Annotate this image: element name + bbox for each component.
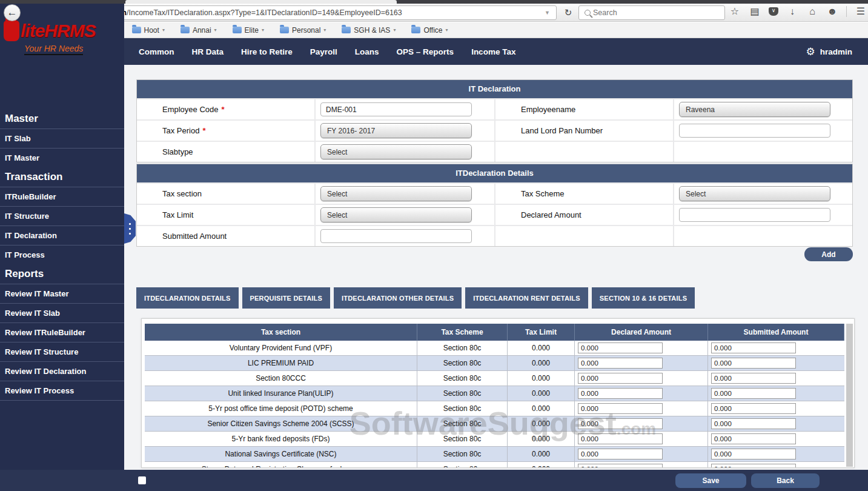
back-icon[interactable]: ← — [4, 4, 21, 21]
declaration-table: Tax section Tax Scheme Tax Limit Declare… — [145, 324, 844, 468]
table-scrollbar[interactable] — [846, 324, 853, 467]
submitted-amount-cell-input[interactable] — [711, 388, 796, 399]
submitted-amount-cell-input[interactable] — [711, 403, 796, 414]
declared-amount-cell-input[interactable] — [578, 433, 663, 444]
table-row: Stamp Duty and Registration Charges of a… — [145, 462, 844, 468]
user-menu[interactable]: ⚙ hradmin — [806, 45, 852, 58]
tab-itdeclaration-rent-details[interactable]: ITDECLARATION RENT DETAILS — [465, 287, 588, 309]
nav-hire-to-retire[interactable]: Hire to Retire — [241, 47, 293, 56]
declared-amount-input[interactable] — [679, 208, 830, 222]
bookmark-folder-sgh-ias[interactable]: SGH & IAS▾ — [342, 26, 396, 35]
submitted-amount-cell-input[interactable] — [711, 358, 796, 369]
employeename-select[interactable]: Raveena — [679, 102, 830, 117]
submitted-amount-label: Submitted Amount — [137, 226, 316, 246]
employee-code-input[interactable] — [320, 102, 472, 116]
sidebar-header-reports: Reports — [0, 264, 124, 284]
home-icon[interactable]: ⌂ — [806, 6, 818, 17]
search-box[interactable] — [578, 5, 725, 20]
sidebar-item-itrulebuilder[interactable]: ITRuleBuilder — [0, 187, 124, 206]
bookmark-folder-office[interactable]: Office▾ — [411, 26, 448, 35]
chevron-down-icon: ▾ — [446, 27, 448, 33]
folder-icon — [342, 27, 351, 33]
submitted-amount-cell-input[interactable] — [711, 449, 796, 459]
footer-bar: Save Back — [0, 470, 868, 491]
table-row: Senior Citizen Savings Scheme 2004 (SCSS… — [145, 416, 844, 432]
declared-amount-cell-input[interactable] — [578, 342, 663, 353]
pocket-icon[interactable]: ∨ — [769, 7, 778, 16]
table-row: LIC PREMIUM PAID Section 80c 0.000 — [145, 356, 844, 371]
back-button[interactable]: Back — [751, 473, 820, 488]
downloads-icon[interactable]: ↓ — [786, 6, 798, 17]
declaration-table-panel: Tax section Tax Scheme Tax Limit Declare… — [141, 318, 855, 468]
chat-icon[interactable]: ☻ — [826, 6, 838, 17]
tax-scheme-select[interactable]: Select — [679, 186, 830, 201]
hamburger-menu-icon[interactable]: ☰ — [855, 5, 867, 17]
submitted-amount-cell-input[interactable] — [711, 418, 796, 429]
declared-amount-cell-input[interactable] — [578, 403, 663, 414]
nav-common[interactable]: Common — [139, 47, 174, 56]
employee-code-label: Employee Code* — [137, 99, 316, 119]
nav-loans[interactable]: Loans — [355, 47, 379, 56]
panel-title: ITDeclaration Details — [137, 164, 852, 182]
nav-ops-reports[interactable]: OPS – Reports — [397, 47, 454, 56]
tab-itdeclaration-other-details[interactable]: ITDECLARATION OTHER DETAILS — [334, 287, 462, 309]
footer-checkbox[interactable] — [138, 476, 146, 484]
sidebar-item-it-master[interactable]: IT Master — [0, 148, 124, 167]
reading-list-icon[interactable]: ▤ — [749, 5, 761, 17]
empty-cell — [495, 142, 674, 162]
search-icon — [585, 10, 591, 16]
sidebar-item-review-it-master[interactable]: Review IT Master — [0, 284, 124, 303]
bookmark-star-icon[interactable]: ☆ — [729, 5, 741, 17]
submitted-amount-cell-input[interactable] — [711, 464, 796, 468]
reload-icon[interactable]: ↻ — [560, 5, 576, 20]
bookmark-folder-hoot[interactable]: Hoot▾ — [132, 26, 165, 35]
tax-limit-select[interactable]: Select — [320, 207, 472, 222]
add-button[interactable]: Add — [804, 247, 853, 261]
main-content: IT Declaration Employee Code* Employeena… — [124, 65, 868, 470]
submitted-amount-cell-input[interactable] — [711, 433, 796, 444]
tax-period-select[interactable]: FY 2016- 2017 — [320, 123, 472, 138]
table-row: Unit linked Insurance Plan(ULIP) Section… — [145, 386, 844, 401]
tab-bar: ITDECLARATION DETAILS PERQUISITE DETAILS… — [136, 287, 695, 309]
sidebar-item-review-it-declaration[interactable]: Review IT Declaration — [0, 361, 124, 381]
bookmark-folder-elite[interactable]: Elite▾ — [233, 26, 264, 35]
bookmarks-bar: Most Visited▾ HEPC▾ Hoot▾ Annai▾ Elite▾ … — [0, 22, 868, 38]
sidebar-item-review-itrulebuilder[interactable]: Review ITRuleBuilder — [0, 322, 124, 342]
sidebar-item-review-it-process[interactable]: Review IT Process — [0, 381, 124, 401]
sidebar-item-it-slab[interactable]: IT Slab — [0, 129, 124, 148]
declared-amount-cell-input[interactable] — [578, 418, 663, 429]
declared-amount-cell-input[interactable] — [578, 464, 663, 468]
submitted-amount-input[interactable] — [320, 229, 472, 243]
sidebar-item-review-it-structure[interactable]: Review IT Structure — [0, 342, 124, 361]
declared-amount-cell-input[interactable] — [578, 388, 663, 399]
declared-amount-cell-input[interactable] — [578, 373, 663, 384]
sidebar-item-it-declaration[interactable]: IT Declaration — [0, 225, 124, 245]
sidebar-item-it-process[interactable]: IT Process — [0, 245, 124, 264]
tab-section-10-16-details[interactable]: SECTION 10 & 16 DETAILS — [592, 287, 695, 309]
sidebar-item-review-it-slab[interactable]: Review IT Slab — [0, 303, 124, 322]
folder-icon — [233, 27, 242, 33]
submitted-amount-cell-input[interactable] — [711, 342, 796, 353]
declared-amount-cell-input[interactable] — [578, 358, 663, 369]
slabtype-select[interactable]: Select — [320, 144, 472, 159]
search-input[interactable] — [593, 8, 702, 17]
tax-section-select[interactable]: Select — [320, 186, 472, 201]
nav-payroll[interactable]: Payroll — [310, 47, 337, 56]
save-button[interactable]: Save — [675, 473, 746, 488]
submitted-amount-cell-input[interactable] — [711, 373, 796, 384]
sidebar: liteHRMS Your HR Needs Master IT Slab IT… — [0, 4, 124, 470]
tab-itdeclaration-details[interactable]: ITDECLARATION DETAILS — [136, 287, 239, 309]
chevron-down-icon: ▾ — [323, 27, 326, 33]
tab-perquisite-details[interactable]: PERQUISITE DETAILS — [242, 287, 331, 309]
gear-icon[interactable]: ⚙ — [806, 45, 815, 58]
declared-amount-cell-input[interactable] — [578, 449, 663, 459]
bookmark-folder-annai[interactable]: Annai▾ — [181, 26, 217, 35]
url-dropdown-icon[interactable]: ▼ — [538, 10, 556, 16]
sidebar-item-it-structure[interactable]: IT Structure — [0, 206, 124, 225]
bookmark-folder-personal[interactable]: Personal▾ — [280, 26, 326, 35]
col-submitted-amount: Submitted Amount — [708, 324, 844, 341]
chevron-down-icon: ▾ — [214, 27, 217, 33]
landlord-pan-input[interactable] — [679, 124, 830, 138]
nav-hr-data[interactable]: HR Data — [192, 47, 224, 56]
nav-income-tax[interactable]: Income Tax — [471, 47, 515, 56]
